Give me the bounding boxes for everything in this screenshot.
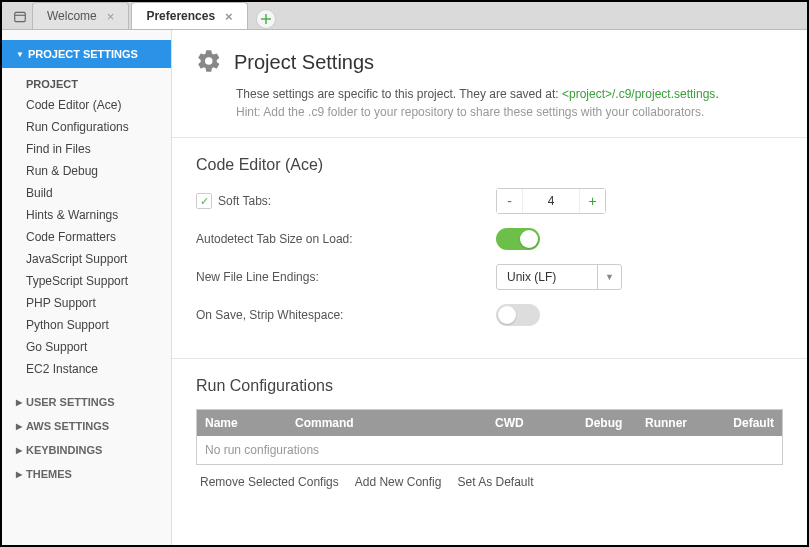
svg-rect-0 [15, 12, 26, 21]
tab-bar: Welcome × Preferences × [2, 2, 807, 30]
col-default[interactable]: Default [722, 416, 782, 430]
soft-tabs-value[interactable]: 4 [523, 189, 579, 213]
section-label: USER SETTINGS [26, 396, 115, 408]
settings-path: <project>/.c9/project.settings [562, 87, 715, 101]
run-config-table: Name Command CWD Debug Runner Default No… [196, 409, 783, 465]
sidebar-section-project-settings[interactable]: ▼ PROJECT SETTINGS [2, 40, 171, 68]
col-runner[interactable]: Runner [637, 416, 722, 430]
close-icon[interactable]: × [107, 9, 115, 24]
sidebar-section-aws-settings[interactable]: ▶ AWS SETTINGS [2, 414, 171, 438]
autodetect-toggle[interactable] [496, 228, 540, 250]
sidebar-item-javascript-support[interactable]: JavaScript Support [2, 248, 171, 270]
settings-description: These settings are specific to this proj… [196, 87, 783, 101]
main-content: Project Settings These settings are spec… [172, 30, 807, 545]
soft-tabs-label: Soft Tabs: [218, 194, 271, 208]
empty-message: No run configurations [197, 443, 327, 457]
tab-label: Preferences [146, 9, 215, 23]
menu-icon[interactable] [8, 5, 32, 29]
section-title-run-config: Run Configurations [196, 377, 783, 395]
sidebar-item-hints-warnings[interactable]: Hints & Warnings [2, 204, 171, 226]
col-command[interactable]: Command [287, 416, 487, 430]
section-label: THEMES [26, 468, 72, 480]
tab-preferences[interactable]: Preferences × [131, 2, 247, 29]
stepper-increment[interactable]: + [579, 189, 605, 213]
table-actions: Remove Selected Configs Add New Config S… [196, 465, 783, 499]
sidebar-item-run-configurations[interactable]: Run Configurations [2, 116, 171, 138]
set-as-default-button[interactable]: Set As Default [457, 475, 533, 489]
sidebar: ▼ PROJECT SETTINGS PROJECT Code Editor (… [2, 30, 172, 545]
sidebar-item-typescript-support[interactable]: TypeScript Support [2, 270, 171, 292]
close-icon[interactable]: × [225, 9, 233, 24]
strip-whitespace-toggle[interactable] [496, 304, 540, 326]
toggle-knob [498, 306, 516, 324]
add-new-config-button[interactable]: Add New Config [355, 475, 442, 489]
toggle-knob [520, 230, 538, 248]
tab-label: Welcome [47, 9, 97, 23]
sidebar-section-keybindings[interactable]: ▶ KEYBINDINGS [2, 438, 171, 462]
caret-right-icon: ▶ [16, 398, 22, 407]
table-empty-row: No run configurations [197, 436, 782, 464]
sidebar-section-themes[interactable]: ▶ THEMES [2, 462, 171, 486]
section-label: AWS SETTINGS [26, 420, 109, 432]
remove-selected-button[interactable]: Remove Selected Configs [200, 475, 339, 489]
gear-icon [196, 48, 222, 77]
sidebar-item-build[interactable]: Build [2, 182, 171, 204]
line-endings-value: Unix (LF) [497, 265, 597, 289]
page-title: Project Settings [234, 51, 374, 74]
section-label: KEYBINDINGS [26, 444, 102, 456]
section-label: PROJECT SETTINGS [28, 48, 138, 60]
settings-hint: Hint: Add the .c9 folder to your reposit… [196, 105, 783, 119]
col-debug[interactable]: Debug [577, 416, 637, 430]
soft-tabs-stepper: - 4 + [496, 188, 606, 214]
caret-right-icon: ▶ [16, 446, 22, 455]
sidebar-section-user-settings[interactable]: ▶ USER SETTINGS [2, 390, 171, 414]
col-name[interactable]: Name [197, 416, 287, 430]
line-endings-select[interactable]: Unix (LF) ▼ [496, 264, 622, 290]
col-cwd[interactable]: CWD [487, 416, 577, 430]
chevron-down-icon: ▼ [597, 265, 621, 289]
sidebar-item-ec2-instance[interactable]: EC2 Instance [2, 358, 171, 380]
sidebar-item-run-debug[interactable]: Run & Debug [2, 160, 171, 182]
sidebar-item-python-support[interactable]: Python Support [2, 314, 171, 336]
sidebar-item-code-formatters[interactable]: Code Formatters [2, 226, 171, 248]
caret-down-icon: ▼ [16, 50, 24, 59]
strip-whitespace-label: On Save, Strip Whitespace: [196, 308, 343, 322]
section-title-code-editor: Code Editor (Ace) [196, 156, 783, 174]
caret-right-icon: ▶ [16, 470, 22, 479]
line-endings-label: New File Line Endings: [196, 270, 319, 284]
sidebar-group-label: PROJECT [2, 72, 171, 94]
soft-tabs-checkbox[interactable]: ✓ [196, 193, 212, 209]
sidebar-item-go-support[interactable]: Go Support [2, 336, 171, 358]
caret-right-icon: ▶ [16, 422, 22, 431]
autodetect-label: Autodetect Tab Size on Load: [196, 232, 353, 246]
add-tab-button[interactable] [256, 9, 276, 29]
stepper-decrement[interactable]: - [497, 189, 523, 213]
sidebar-item-php-support[interactable]: PHP Support [2, 292, 171, 314]
sidebar-item-find-in-files[interactable]: Find in Files [2, 138, 171, 160]
table-header: Name Command CWD Debug Runner Default [197, 410, 782, 436]
sidebar-item-code-editor[interactable]: Code Editor (Ace) [2, 94, 171, 116]
tab-welcome[interactable]: Welcome × [32, 2, 129, 29]
